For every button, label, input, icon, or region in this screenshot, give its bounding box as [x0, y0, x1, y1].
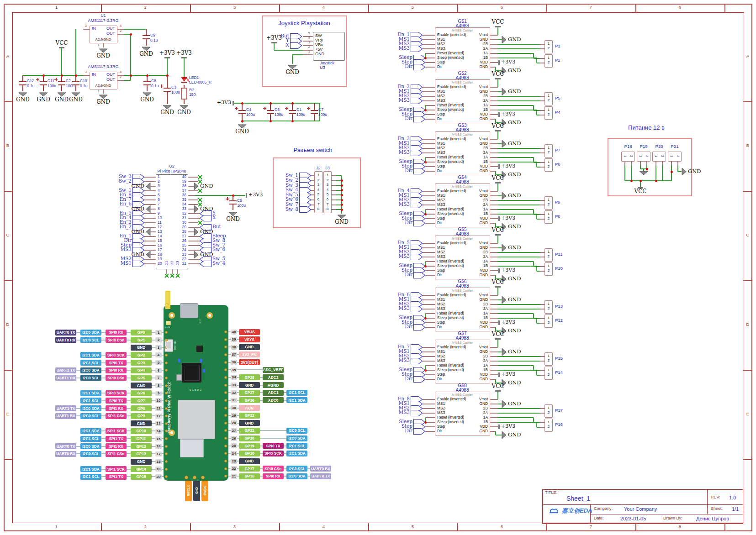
wire: [537, 115, 540, 115]
wire: [425, 431, 435, 432]
gnd-label: GND: [508, 328, 521, 334]
pin-number: 3: [327, 183, 328, 187]
wire: [624, 162, 625, 165]
wire: [540, 318, 545, 319]
pinout-pin-number: 4: [155, 352, 162, 357]
pin-number: 6: [158, 198, 160, 202]
wire: [498, 299, 502, 300]
wire: [490, 110, 498, 110]
wire: [498, 48, 540, 49]
wire: [490, 87, 498, 88]
wire: [22, 75, 23, 82]
frame-tick: [4, 280, 12, 281]
frame-col-label: 1: [55, 525, 58, 529]
pin-number: 40: [182, 175, 186, 179]
pinout-label: SPI0 CSn: [106, 375, 127, 381]
wire: [332, 209, 336, 210]
wire: [425, 417, 435, 418]
net-flag[interactable]: [413, 272, 425, 278]
net-flag[interactable]: [413, 376, 425, 383]
wire: [540, 413, 545, 414]
pin-number: 2: [548, 203, 550, 207]
rev-value[interactable]: 1.0: [729, 495, 736, 500]
debug-pin-label: GND: [195, 487, 198, 493]
net-flag[interactable]: [290, 42, 302, 49]
pinout-label: I2C0 SCL: [80, 451, 101, 457]
net-flag[interactable]: [413, 168, 425, 174]
resistor-symbol[interactable]: [181, 88, 187, 100]
wire: [540, 309, 545, 309]
pinout-pin-number: 24: [231, 451, 237, 456]
net-flag[interactable]: [413, 428, 425, 435]
wire: [498, 365, 534, 366]
gnd-label: GND: [508, 172, 521, 178]
wire: [423, 299, 435, 300]
pinout-pin-number: 30: [231, 405, 237, 410]
net-flag[interactable]: [413, 116, 425, 122]
net-flag-label: Dir: [405, 376, 412, 382]
wire: [490, 191, 498, 192]
pin-name: GND: [480, 246, 488, 250]
date-value[interactable]: 2023-01-05: [620, 516, 646, 521]
wire: [540, 115, 545, 115]
pin-number: 1: [548, 198, 550, 202]
connector-label: P17: [555, 408, 563, 413]
sheet-count-value[interactable]: 1/1: [732, 506, 739, 512]
net-flag[interactable]: [413, 64, 425, 70]
wire: [498, 252, 540, 253]
gnd-symbol: [502, 36, 507, 44]
net-flag-label: Dir: [405, 428, 412, 434]
net-flag-label: MS3: [398, 358, 410, 363]
pin-number: 2: [661, 155, 664, 157]
pin-name: GND: [480, 65, 488, 69]
frame-col-label: 4: [322, 5, 325, 10]
wire: [425, 422, 435, 423]
wire: [540, 219, 545, 220]
wire: [151, 254, 156, 255]
pinout-pin-number: 32: [231, 390, 237, 395]
net-flag[interactable]: [413, 220, 425, 226]
gnd-label: GND: [96, 53, 110, 59]
net-flag[interactable]: [200, 261, 211, 267]
net-flag[interactable]: [413, 324, 425, 330]
wire: [423, 200, 435, 201]
pin-name: 1B: [483, 212, 488, 216]
company-value[interactable]: Your Company: [624, 506, 657, 512]
net-flag[interactable]: [299, 206, 311, 213]
pin-number: 32: [182, 211, 186, 215]
frame-border: [4, 4, 5, 531]
net-flag[interactable]: [411, 410, 423, 416]
net-flag[interactable]: [411, 150, 423, 156]
wire: [498, 200, 540, 201]
net-flag[interactable]: [411, 202, 423, 208]
power-input-section-box[interactable]: [608, 138, 692, 196]
wire: [640, 162, 641, 165]
gnd-label: GND: [160, 110, 174, 115]
net-flag[interactable]: [411, 358, 423, 364]
wire: [425, 365, 435, 366]
junction-dot: [341, 209, 343, 211]
wire: [540, 96, 545, 97]
wire: [423, 252, 435, 253]
pinout-label: GND: [239, 382, 260, 388]
net-flag[interactable]: [132, 261, 144, 267]
pin-name: MS1: [437, 194, 445, 198]
net-flag[interactable]: [411, 254, 423, 260]
wire: [188, 209, 194, 210]
wire: [103, 43, 104, 47]
led-symbol[interactable]: [180, 76, 189, 85]
net-flag[interactable]: [411, 306, 423, 312]
wire: [537, 219, 540, 220]
wire: [490, 304, 498, 305]
plus: [264, 107, 265, 110]
pinout-label: UART0 TX: [55, 330, 76, 336]
drawn-by-value[interactable]: Денис Цупров: [696, 516, 729, 521]
sheet-title-value[interactable]: Sheet_1: [566, 495, 590, 502]
wire: [490, 309, 498, 309]
pinout-label: SPI0 CSn: [263, 466, 284, 472]
net-flag[interactable]: [411, 98, 423, 104]
pinout-label: GP0: [131, 330, 152, 336]
pin-name: 2B: [483, 302, 488, 306]
net-flag[interactable]: [411, 46, 423, 52]
wire: [144, 222, 156, 223]
